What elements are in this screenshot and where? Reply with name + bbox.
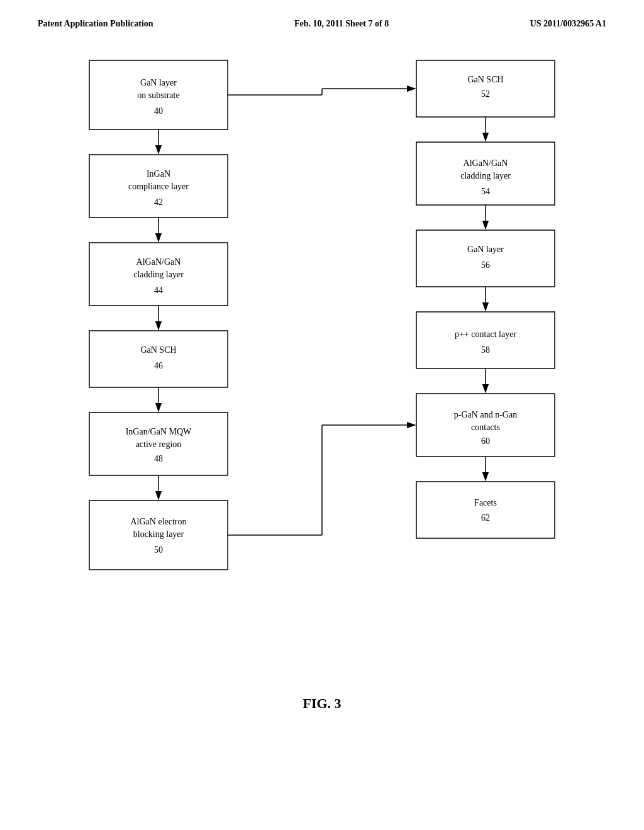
box-54-text-line2: cladding layer — [460, 171, 511, 180]
box-46 — [89, 331, 228, 387]
box-58 — [416, 312, 555, 368]
box-56-text-line2: 56 — [481, 260, 490, 270]
box-44-text-line2: cladding layer — [133, 270, 184, 279]
box-48-text-line1: InGan/GaN MQW — [126, 427, 192, 436]
diagram-svg: GaN layer on substrate 40 InGaN complian… — [52, 54, 592, 670]
diagram-area: GaN layer on substrate 40 InGaN complian… — [0, 42, 644, 683]
box-56 — [416, 230, 555, 287]
box-60-text-line2: contacts — [471, 423, 500, 432]
box-60-text-line3: 60 — [481, 436, 490, 446]
box-42-text-line2: compliance layer — [128, 182, 189, 191]
box-46-text-line1: GaN SCH — [140, 345, 176, 355]
box-62-text-line1: Facets — [474, 498, 497, 507]
box-44-text-line1: AlGaN/GaN — [136, 257, 181, 267]
box-50-text-line1: AlGaN electron — [130, 517, 186, 526]
box-40-text-line1: GaN layer — [140, 78, 177, 87]
box-50-text-line3: 50 — [154, 545, 163, 555]
figure-label: FIG. 3 — [0, 683, 644, 731]
box-52-text-line1: GaN SCH — [467, 75, 503, 84]
box-62-text-line2: 62 — [481, 513, 490, 523]
figure-label-text: FIG. 3 — [303, 695, 341, 711]
box-52-text-line2: 52 — [481, 89, 490, 99]
box-48-text-line3: 48 — [154, 454, 163, 463]
box-48-text-line2: active region — [136, 440, 182, 449]
box-56-text-line1: GaN layer — [467, 245, 504, 254]
box-52 — [416, 60, 555, 117]
box-62 — [416, 482, 555, 538]
box-40-text-line2: on substrate — [137, 91, 179, 100]
box-54-text-line3: 54 — [481, 187, 490, 196]
header-right: US 2011/0032965 A1 — [530, 19, 606, 29]
box-44-text-line3: 44 — [154, 285, 163, 295]
box-54-text-line1: AlGaN/GaN — [464, 158, 508, 168]
box-58-text-line1: p++ contact layer — [455, 329, 517, 339]
box-50-text-line2: blocking layer — [133, 529, 184, 539]
header-left: Patent Application Publication — [38, 19, 153, 29]
box-40-text-line3: 40 — [154, 106, 163, 116]
header-center: Feb. 10, 2011 Sheet 7 of 8 — [294, 19, 389, 29]
box-42-text-line1: InGaN — [147, 169, 170, 179]
box-42-text-line3: 42 — [154, 197, 163, 207]
page: Patent Application Publication Feb. 10, … — [0, 0, 644, 830]
box-60-text-line1: p-GaN and n-Gan — [454, 410, 517, 419]
header: Patent Application Publication Feb. 10, … — [0, 0, 644, 42]
box-58-text-line2: 58 — [481, 345, 490, 355]
box-46-text-line2: 46 — [154, 361, 163, 370]
